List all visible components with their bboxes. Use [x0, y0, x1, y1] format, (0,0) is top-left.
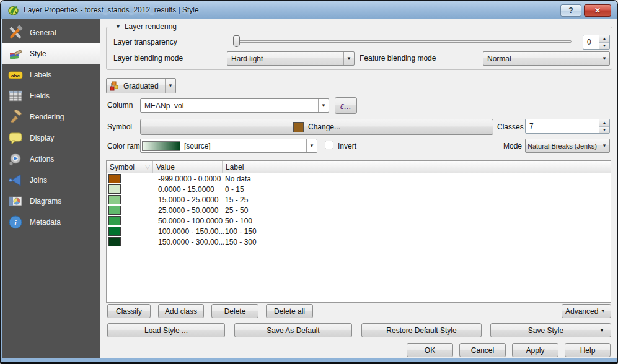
save-style-button[interactable]: Save Style ▼ — [490, 323, 611, 337]
spin-arrows[interactable]: ▲ ▼ — [599, 35, 609, 49]
table-row[interactable]: 150.0000 - 300.00...150 - 300 — [107, 236, 611, 247]
class-value[interactable]: 150.0000 - 300.00... — [121, 238, 223, 246]
class-value[interactable]: -999.0000 - 0.0000 — [121, 175, 223, 183]
sidebar-item-label: Rendering — [30, 113, 64, 121]
ok-button[interactable]: OK — [407, 343, 453, 357]
transparency-spinbox[interactable]: 0 ▲ ▼ — [583, 35, 610, 50]
layer-rendering-header[interactable]: ▼ Layer rendering — [112, 22, 180, 31]
titlebar[interactable]: Layer Properties - forest_stands_2012_re… — [1, 1, 617, 19]
invert-checkbox[interactable] — [325, 141, 333, 149]
slider-handle[interactable] — [233, 35, 240, 47]
add-class-button[interactable]: Add class — [158, 304, 204, 318]
class-label[interactable]: 15 - 25 — [223, 196, 611, 204]
sidebar-item-style[interactable]: Style — [2, 43, 100, 64]
renderer-type-combo[interactable]: Graduated ▼ — [106, 78, 176, 93]
change-button-label: Change... — [308, 123, 340, 131]
labels-abc-icon: abc — [8, 67, 23, 82]
class-label[interactable]: 50 - 100 — [223, 217, 611, 225]
close-button[interactable]: ✕ — [584, 4, 611, 17]
display-speech-bubble-icon — [8, 131, 23, 145]
class-color-swatch[interactable] — [108, 195, 121, 204]
spin-up-icon[interactable]: ▲ — [599, 35, 609, 43]
color-ramp-combo[interactable]: [source] ▼ — [140, 139, 317, 153]
table-row[interactable]: 25.0000 - 50.000025 - 50 — [107, 205, 611, 215]
header-value[interactable]: Value — [153, 161, 223, 173]
layer-blending-combo[interactable]: Hard light ▼ — [227, 51, 355, 66]
class-color-swatch[interactable] — [108, 216, 121, 225]
table-row[interactable]: 100.0000 - 150.00...100 - 150 — [107, 226, 611, 236]
feature-blending-combo[interactable]: Normal ▼ — [483, 51, 610, 66]
spin-down-icon[interactable]: ▼ — [599, 127, 609, 134]
class-color-swatch[interactable] — [108, 184, 121, 194]
expression-builder-button[interactable]: ε... — [335, 97, 357, 114]
layer-transparency-slider[interactable] — [233, 35, 572, 47]
table-row[interactable]: 50.0000 - 100.000050 - 100 — [107, 215, 611, 226]
class-color-swatch[interactable] — [108, 227, 121, 236]
sidebar-item-labels[interactable]: abc Labels — [2, 64, 100, 85]
sort-indicator-icon: ▽ — [145, 163, 150, 170]
sidebar-item-general[interactable]: General — [2, 22, 100, 43]
column-combo[interactable]: MEANp_vol ▼ — [140, 98, 329, 113]
sidebar-item-rendering[interactable]: Rendering — [2, 106, 100, 128]
header-label[interactable]: Label — [223, 161, 611, 173]
sidebar-item-joins[interactable]: Joins — [2, 170, 100, 191]
table-row[interactable]: 0.0000 - 15.00000 - 15 — [107, 184, 611, 194]
apply-label: Apply — [526, 346, 544, 355]
class-label[interactable]: 150 - 300 — [223, 238, 611, 246]
class-value[interactable]: 50.0000 - 100.0000 — [121, 217, 223, 225]
table-row[interactable]: -999.0000 - 0.0000No data — [107, 173, 611, 184]
layer-properties-window: Layer Properties - forest_stands_2012_re… — [0, 0, 618, 364]
help-icon: ? — [568, 6, 573, 15]
sidebar-item-metadata[interactable]: i Metadata — [2, 212, 100, 233]
sidebar-item-actions[interactable]: Actions — [2, 149, 100, 170]
class-value[interactable]: 15.0000 - 25.0000 — [121, 196, 223, 204]
mode-label: Mode — [503, 142, 522, 150]
cancel-button[interactable]: Cancel — [459, 343, 506, 357]
class-label[interactable]: 0 - 15 — [223, 185, 611, 194]
classes-table-header[interactable]: Symbol ▽ Value Label — [107, 161, 611, 173]
sidebar: General Style abc Labels — [2, 19, 100, 358]
load-style-button[interactable]: Load Style ... — [107, 323, 225, 337]
delete-all-label: Delete all — [274, 307, 305, 316]
classes-value: 7 — [526, 119, 599, 133]
restore-default-style-button[interactable]: Restore Default Style — [361, 323, 482, 337]
spin-down-icon[interactable]: ▼ — [599, 43, 609, 50]
sidebar-item-diagrams[interactable]: Diagrams — [2, 191, 100, 212]
advanced-button[interactable]: Advanced ▼ — [562, 304, 611, 318]
help-button[interactable]: ? — [560, 4, 581, 17]
class-value[interactable]: 0.0000 - 15.0000 — [121, 185, 223, 194]
class-label[interactable]: 25 - 50 — [223, 206, 611, 215]
chevron-down-icon: ▼ — [598, 308, 607, 314]
apply-button[interactable]: Apply — [512, 343, 558, 357]
class-value[interactable]: 100.0000 - 150.00... — [121, 227, 223, 236]
classes-table[interactable]: Symbol ▽ Value Label -999.0000 - 0.0000N… — [106, 160, 611, 303]
metadata-info-icon: i — [8, 215, 23, 230]
spin-arrows[interactable]: ▲ ▼ — [599, 119, 609, 133]
delete-button[interactable]: Delete — [211, 304, 258, 318]
sidebar-item-display[interactable]: Display — [2, 128, 100, 149]
classes-table-body: -999.0000 - 0.0000No data0.0000 - 15.000… — [107, 173, 611, 247]
slider-track[interactable] — [233, 40, 572, 43]
transparency-value: 0 — [583, 35, 599, 49]
symbol-change-button[interactable]: Change... — [140, 119, 493, 135]
class-color-swatch[interactable] — [108, 206, 121, 215]
sidebar-item-label: Fields — [30, 92, 50, 100]
class-label[interactable]: 100 - 150 — [223, 227, 611, 236]
classes-spinbox[interactable]: 7 ▲ ▼ — [525, 119, 610, 134]
spin-up-icon[interactable]: ▲ — [599, 119, 609, 127]
save-as-default-button[interactable]: Save As Default — [234, 323, 352, 337]
load-style-label: Load Style ... — [144, 326, 188, 335]
class-label[interactable]: No data — [223, 175, 611, 183]
header-symbol[interactable]: Symbol ▽ — [107, 161, 153, 173]
mode-combo[interactable]: Natural Breaks (Jenks) ▼ — [525, 139, 610, 153]
feature-blending-label: Feature blending mode — [360, 54, 436, 63]
class-color-swatch[interactable] — [108, 174, 121, 183]
class-color-swatch[interactable] — [108, 237, 121, 246]
delete-all-button[interactable]: Delete all — [266, 304, 313, 318]
table-row[interactable]: 15.0000 - 25.000015 - 25 — [107, 194, 611, 205]
help-button-dialog[interactable]: Help — [565, 343, 611, 357]
sidebar-item-fields[interactable]: Fields — [2, 85, 100, 106]
actions-gear-icon — [8, 152, 23, 167]
classify-button[interactable]: Classify — [107, 304, 151, 318]
class-value[interactable]: 25.0000 - 50.0000 — [121, 206, 223, 215]
